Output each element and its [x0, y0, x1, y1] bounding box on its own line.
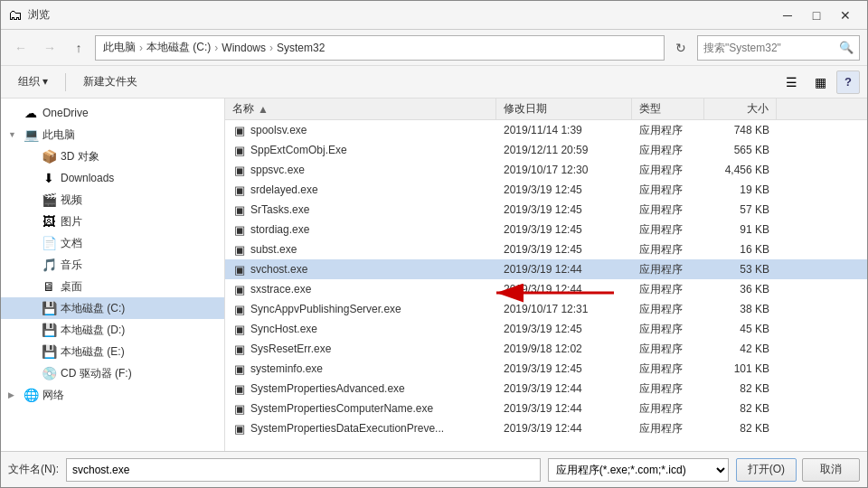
cell-type: 应用程序: [632, 143, 704, 158]
sidebar-item-cddrive[interactable]: 💿 CD 驱动器 (F:): [1, 362, 224, 384]
cell-size: 45 KB: [704, 323, 777, 335]
search-input[interactable]: [703, 42, 839, 54]
file-icon: ▣: [232, 203, 247, 217]
sidebar-item-locald[interactable]: 💾 本地磁盘 (D:): [1, 319, 224, 341]
sidebar-item-pictures[interactable]: 🖼 图片: [1, 211, 224, 232]
table-row[interactable]: ▣ subst.exe 2019/3/19 12:45 应用程序 16 KB: [225, 239, 867, 259]
cell-type: 应用程序: [632, 183, 704, 198]
table-row[interactable]: ▣ sxstrace.exe 2019/3/19 12:44 应用程序 36 K…: [225, 279, 867, 299]
col-header-type[interactable]: 类型: [632, 99, 704, 120]
open-button[interactable]: 打开(O): [736, 458, 797, 482]
desktop-icon: 🖥: [41, 279, 57, 294]
view-list-button[interactable]: ☰: [778, 70, 804, 94]
expand-icon: ▼: [8, 130, 19, 139]
cell-name: ▣ SystemPropertiesAdvanced.exe: [225, 382, 496, 396]
file-icon: ▣: [232, 164, 247, 177]
sidebar-item-downloads[interactable]: ⬇ Downloads: [1, 167, 224, 189]
table-row[interactable]: ▣ svchost.exe 2019/3/19 12:44 应用程序 53 KB: [225, 259, 867, 279]
col-header-size[interactable]: 大小: [704, 99, 777, 120]
cell-type: 应用程序: [632, 202, 704, 218]
sidebar-item-videos[interactable]: 🎬 视频: [1, 189, 224, 211]
cell-date: 2019/3/19 12:45: [496, 223, 632, 236]
search-icon: 🔍: [839, 41, 854, 54]
organize-button[interactable]: 组织 ▾: [8, 70, 58, 94]
cell-date: 2019/3/19 12:45: [496, 183, 632, 196]
file-list: ▣ spoolsv.exe 2019/11/14 1:39 应用程序 748 K…: [225, 120, 867, 451]
cell-type: 应用程序: [632, 163, 704, 178]
sidebar-item-locale[interactable]: 💾 本地磁盘 (E:): [1, 341, 224, 362]
cell-date: 2019/12/11 20:59: [496, 144, 632, 156]
sidebar-item-3d[interactable]: 📦 3D 对象: [1, 145, 224, 167]
cell-type: 应用程序: [632, 123, 704, 138]
minimize-button[interactable]: ─: [773, 1, 802, 30]
new-folder-button[interactable]: 新建文件夹: [73, 70, 147, 94]
help-button[interactable]: ?: [836, 70, 860, 94]
localc-icon: 💾: [41, 301, 57, 315]
title-bar-left: 🗂 浏览: [8, 7, 50, 23]
cell-type: 应用程序: [632, 401, 704, 417]
filetype-select[interactable]: 应用程序(*.exe;*.com;*.icd): [548, 458, 729, 482]
cell-date: 2019/9/18 12:02: [496, 343, 632, 355]
table-row[interactable]: ▣ SrTasks.exe 2019/3/19 12:45 应用程序 57 KB: [225, 200, 867, 220]
cell-date: 2019/10/17 12:30: [496, 164, 632, 176]
table-row[interactable]: ▣ SyncHost.exe 2019/3/19 12:45 应用程序 45 K…: [225, 319, 867, 339]
address-bar: ← → ↑ 此电脑 › 本地磁盘 (C:) › Windows › System…: [1, 30, 867, 66]
up-button[interactable]: ↑: [66, 35, 91, 61]
network-icon: 🌐: [23, 388, 39, 402]
3d-icon: 📦: [41, 149, 57, 164]
table-row[interactable]: ▣ sppsvc.exe 2019/10/17 12:30 应用程序 4,456…: [225, 160, 867, 180]
videos-icon: 🎬: [41, 192, 57, 207]
cell-date: 2019/3/19 12:44: [496, 283, 632, 296]
locale-icon: 💾: [41, 344, 57, 359]
sidebar-item-localc[interactable]: 💾 本地磁盘 (C:): [1, 297, 224, 319]
sidebar-label: 文档: [61, 236, 82, 251]
cell-size: 36 KB: [704, 283, 777, 296]
table-row[interactable]: ▣ SystemPropertiesComputerName.exe 2019/…: [225, 399, 867, 418]
cell-type: 应用程序: [632, 322, 704, 337]
maximize-button[interactable]: □: [802, 1, 831, 30]
sidebar-item-music[interactable]: 🎵 音乐: [1, 254, 224, 276]
file-icon: ▣: [232, 323, 247, 336]
search-box[interactable]: 🔍: [697, 35, 860, 61]
view-grid-button[interactable]: ▦: [807, 70, 833, 94]
cell-date: 2019/3/19 12:45: [496, 323, 632, 335]
cell-size: 565 KB: [704, 144, 777, 156]
main-content: ☁ OneDrive ▼ 💻 此电脑 📦 3D 对象 ⬇ Downloads: [1, 99, 867, 451]
table-row[interactable]: ▣ SysResetErr.exe 2019/9/18 12:02 应用程序 4…: [225, 339, 867, 359]
address-path[interactable]: 此电脑 › 本地磁盘 (C:) › Windows › System32: [95, 35, 665, 61]
table-row[interactable]: ▣ SystemPropertiesAdvanced.exe 2019/3/19…: [225, 379, 867, 399]
table-row[interactable]: ▣ SppExtComObj.Exe 2019/12/11 20:59 应用程序…: [225, 140, 867, 160]
cell-size: 91 KB: [704, 223, 777, 236]
cell-name: ▣ stordiag.exe: [225, 223, 496, 237]
filename-input[interactable]: [66, 458, 541, 482]
close-button[interactable]: ✕: [831, 1, 860, 30]
cell-type: 应用程序: [632, 282, 704, 297]
path-windows: Windows: [222, 42, 266, 54]
refresh-button[interactable]: ↻: [668, 35, 693, 61]
table-row[interactable]: ▣ stordiag.exe 2019/3/19 12:45 应用程序 91 K…: [225, 220, 867, 239]
cell-date: 2019/3/19 12:44: [496, 382, 632, 395]
forward-button[interactable]: →: [37, 35, 62, 61]
col-header-date[interactable]: 修改日期: [496, 99, 632, 120]
cancel-button[interactable]: 取消: [802, 458, 860, 482]
sidebar-item-thispc[interactable]: ▼ 💻 此电脑: [1, 124, 224, 145]
cell-size: 57 KB: [704, 203, 777, 216]
pictures-icon: 🖼: [41, 214, 57, 229]
table-row[interactable]: ▣ SyncAppvPublishingServer.exe 2019/10/1…: [225, 299, 867, 319]
sidebar-item-desktop[interactable]: 🖥 桌面: [1, 276, 224, 297]
table-row[interactable]: ▣ systeminfo.exe 2019/3/19 12:45 应用程序 10…: [225, 359, 867, 379]
cell-date: 2019/11/14 1:39: [496, 124, 632, 136]
col-header-name[interactable]: 名称 ▲: [225, 99, 496, 120]
table-row[interactable]: ▣ spoolsv.exe 2019/11/14 1:39 应用程序 748 K…: [225, 120, 867, 140]
file-icon: ▣: [232, 283, 247, 296]
sidebar-item-documents[interactable]: 📄 文档: [1, 232, 224, 254]
table-row[interactable]: ▣ srdelayed.exe 2019/3/19 12:45 应用程序 19 …: [225, 180, 867, 200]
sidebar-item-network[interactable]: ▶ 🌐 网络: [1, 384, 224, 406]
sidebar-item-onedrive[interactable]: ☁ OneDrive: [1, 102, 224, 124]
cell-date: 2019/10/17 12:31: [496, 303, 632, 315]
back-button[interactable]: ←: [8, 35, 33, 61]
cell-date: 2019/3/19 12:45: [496, 243, 632, 256]
cell-name: ▣ systeminfo.exe: [225, 362, 496, 376]
sidebar-label: 本地磁盘 (C:): [61, 301, 125, 316]
table-row[interactable]: ▣ SystemPropertiesDataExecutionPreve... …: [225, 418, 867, 438]
